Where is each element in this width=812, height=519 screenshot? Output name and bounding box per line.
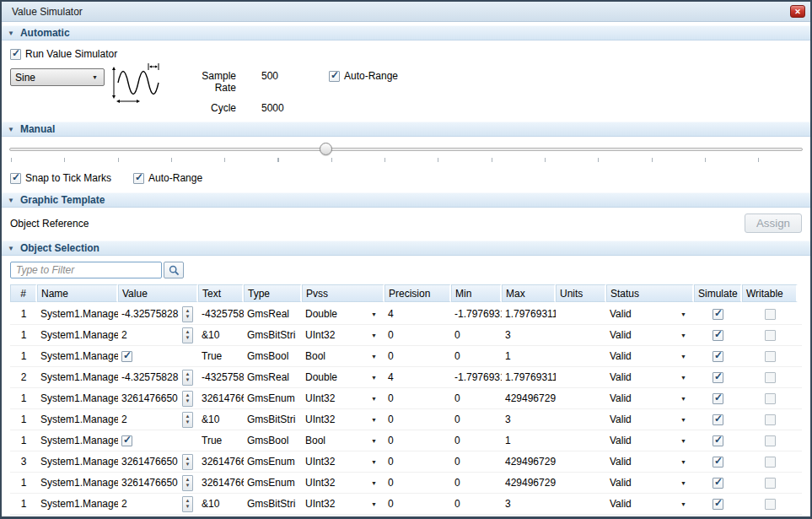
table-row[interactable]: 1 System1.Managen 3261476650 ▲▼ 32614766… bbox=[10, 388, 802, 409]
column-header-precision[interactable]: Precision bbox=[384, 284, 451, 302]
value-cell[interactable]: 3261476650 ▲▼ bbox=[118, 473, 198, 493]
spin-up-icon[interactable]: ▲ bbox=[186, 392, 191, 398]
spin-down-icon[interactable]: ▼ bbox=[186, 504, 191, 510]
spin-up-icon[interactable]: ▲ bbox=[186, 329, 191, 335]
value-spinner[interactable]: ▲▼ bbox=[182, 327, 193, 343]
search-button[interactable] bbox=[164, 262, 184, 278]
value-cell[interactable]: 2 ▲▼ bbox=[118, 325, 198, 345]
table-row[interactable]: 1 System1.Managen 3261476650 ▲▼ 32614766… bbox=[10, 473, 802, 494]
status-dropdown[interactable]: Valid ▼ bbox=[606, 388, 694, 408]
spin-down-icon[interactable]: ▼ bbox=[186, 314, 191, 320]
value-spinner[interactable]: ▲▼ bbox=[182, 391, 193, 407]
section-header-object-selection[interactable]: ▼ Object Selection bbox=[2, 241, 810, 256]
simulate-checkbox[interactable] bbox=[713, 309, 723, 320]
value-cell[interactable]: 2 ▲▼ bbox=[118, 494, 198, 514]
column-header-writable[interactable]: Writable bbox=[742, 284, 798, 302]
status-dropdown[interactable]: Valid ▼ bbox=[606, 367, 694, 387]
simulate-checkbox[interactable] bbox=[713, 372, 723, 383]
table-row[interactable]: 1 System1.Managen 2 ▲▼ &10 GmsBitStri UI… bbox=[10, 494, 802, 515]
writable-checkbox[interactable] bbox=[765, 435, 776, 446]
spin-up-icon[interactable]: ▲ bbox=[186, 371, 191, 377]
pvss-dropdown[interactable]: UInt32 ▼ bbox=[302, 494, 384, 514]
spin-up-icon[interactable]: ▲ bbox=[186, 477, 191, 483]
status-dropdown[interactable]: Valid ▼ bbox=[606, 304, 694, 324]
pvss-dropdown[interactable]: UInt32 ▼ bbox=[302, 388, 384, 408]
value-cell[interactable]: ▲▼ bbox=[118, 346, 198, 366]
assign-button[interactable]: Assign bbox=[745, 214, 802, 233]
status-dropdown[interactable]: Valid ▼ bbox=[606, 430, 694, 451]
automatic-auto-range-checkbox[interactable] bbox=[329, 71, 340, 82]
table-row[interactable]: 1 System1.Managen 2 ▲▼ &10 GmsBitStri UI… bbox=[10, 325, 802, 346]
table-row[interactable]: 1 System1.Managen -4.32575828 ▲▼ -432575… bbox=[10, 304, 802, 325]
column-header-status[interactable]: Status bbox=[606, 284, 694, 302]
table-row[interactable]: 2 System1.Managen -4.32575828 ▲▼ -432575… bbox=[10, 367, 802, 388]
table-row[interactable]: 1 System1.Managen ▲▼ True GmsBool Bool ▼… bbox=[10, 515, 802, 519]
table-row[interactable]: 1 System1.Managen ▲▼ True GmsBool Bool ▼… bbox=[10, 346, 802, 367]
section-header-automatic[interactable]: ▼ Automatic bbox=[2, 25, 810, 41]
manual-auto-range-checkbox[interactable] bbox=[133, 173, 144, 184]
value-cell[interactable]: 2 ▲▼ bbox=[118, 409, 198, 430]
value-spinner[interactable]: ▲▼ bbox=[182, 475, 193, 491]
spin-up-icon[interactable]: ▲ bbox=[186, 498, 191, 504]
section-header-graphic-template[interactable]: ▼ Graphic Template bbox=[2, 192, 810, 208]
pvss-dropdown[interactable]: Double ▼ bbox=[302, 304, 384, 324]
value-cell[interactable]: 3261476650 ▲▼ bbox=[118, 388, 198, 408]
writable-checkbox[interactable] bbox=[765, 457, 776, 468]
status-dropdown[interactable]: Valid ▼ bbox=[606, 451, 694, 472]
value-spinner[interactable]: ▲▼ bbox=[182, 412, 193, 428]
value-spinner[interactable]: ▲▼ bbox=[182, 454, 193, 470]
status-dropdown[interactable]: Valid ▼ bbox=[606, 346, 694, 366]
spin-down-icon[interactable]: ▼ bbox=[186, 483, 191, 489]
simulate-checkbox[interactable] bbox=[713, 393, 723, 404]
table-row[interactable]: 3 System1.Managen 3261476650 ▲▼ 32614766… bbox=[10, 451, 802, 473]
run-value-simulator-checkbox[interactable] bbox=[10, 49, 21, 60]
pvss-dropdown[interactable]: UInt32 ▼ bbox=[302, 325, 384, 345]
spin-down-icon[interactable]: ▼ bbox=[186, 398, 191, 404]
spin-up-icon[interactable]: ▲ bbox=[186, 456, 191, 462]
pvss-dropdown[interactable]: UInt32 ▼ bbox=[302, 451, 384, 472]
slider-thumb[interactable] bbox=[320, 143, 332, 155]
column-header-name[interactable]: Name bbox=[37, 284, 118, 302]
status-dropdown[interactable]: Valid ▼ bbox=[606, 473, 694, 493]
pvss-dropdown[interactable]: Bool ▼ bbox=[302, 346, 384, 366]
status-dropdown[interactable]: Valid ▼ bbox=[606, 409, 694, 430]
close-button[interactable]: ✕ bbox=[790, 5, 805, 18]
value-cell[interactable]: ▲▼ bbox=[118, 515, 198, 519]
status-dropdown[interactable]: Valid ▼ bbox=[606, 325, 694, 345]
value-cell[interactable]: -4.32575828 ▲▼ bbox=[118, 367, 198, 387]
slider-track[interactable] bbox=[9, 148, 803, 151]
spin-down-icon[interactable]: ▼ bbox=[186, 377, 191, 383]
spin-up-icon[interactable]: ▲ bbox=[186, 414, 191, 419]
waveform-dropdown[interactable]: Sine ▼ bbox=[10, 68, 105, 86]
simulate-checkbox[interactable] bbox=[713, 457, 723, 468]
writable-checkbox[interactable] bbox=[765, 330, 776, 341]
simulate-checkbox[interactable] bbox=[713, 478, 723, 489]
writable-checkbox[interactable] bbox=[765, 372, 776, 383]
column-header-simulate[interactable]: Simulate bbox=[694, 284, 742, 302]
writable-checkbox[interactable] bbox=[765, 414, 776, 425]
value-bool-checkbox[interactable] bbox=[121, 351, 132, 362]
column-header-text[interactable]: Text bbox=[198, 284, 244, 302]
value-spinner[interactable]: ▲▼ bbox=[182, 370, 193, 386]
simulate-checkbox[interactable] bbox=[713, 330, 723, 341]
writable-checkbox[interactable] bbox=[765, 499, 776, 510]
column-header-min[interactable]: Min bbox=[451, 284, 502, 302]
simulate-checkbox[interactable] bbox=[713, 499, 723, 510]
spin-down-icon[interactable]: ▼ bbox=[186, 419, 191, 425]
value-spinner[interactable]: ▲▼ bbox=[182, 496, 193, 512]
spin-down-icon[interactable]: ▼ bbox=[186, 335, 191, 341]
pvss-dropdown[interactable]: UInt32 ▼ bbox=[302, 409, 384, 430]
column-header-type[interactable]: Type bbox=[244, 284, 302, 302]
writable-checkbox[interactable] bbox=[765, 309, 776, 320]
value-bool-checkbox[interactable] bbox=[121, 435, 132, 446]
simulate-checkbox[interactable] bbox=[713, 351, 723, 362]
column-header-value[interactable]: Value bbox=[118, 284, 198, 302]
manual-slider[interactable] bbox=[9, 140, 803, 170]
table-row[interactable]: 1 System1.Managen ▲▼ True GmsBool Bool ▼… bbox=[10, 430, 802, 451]
value-spinner[interactable]: ▲▼ bbox=[182, 306, 193, 322]
simulate-checkbox[interactable] bbox=[713, 435, 723, 446]
value-cell[interactable]: ▲▼ bbox=[118, 430, 198, 451]
spin-down-icon[interactable]: ▼ bbox=[186, 462, 191, 468]
column-header-pvss[interactable]: Pvss bbox=[302, 284, 384, 302]
writable-checkbox[interactable] bbox=[765, 351, 776, 362]
